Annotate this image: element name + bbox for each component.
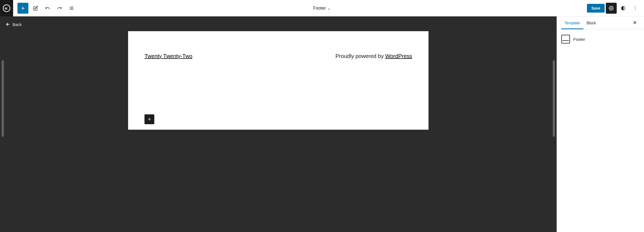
undo-button[interactable] <box>43 3 52 13</box>
panel-tabs: Template Block ✕ <box>557 16 644 29</box>
svg-point-5 <box>611 7 612 9</box>
footer-canvas-inner: Twenty Twenty-Two Proudly powered by Wor… <box>128 31 429 130</box>
main-area: Back Twenty Twenty-Two Proudly powered b… <box>0 16 644 232</box>
scroll-indicator-right <box>553 60 555 137</box>
scroll-indicator-left <box>2 60 4 137</box>
more-options-button[interactable] <box>630 3 641 14</box>
right-panel: Template Block ✕ Footer <box>557 16 644 232</box>
list-view-button[interactable] <box>67 3 76 13</box>
back-bar: Back <box>0 22 557 31</box>
svg-point-8 <box>635 8 636 8</box>
wordpress-link[interactable]: WordPress <box>385 53 412 59</box>
add-block-toolbar-button[interactable]: + <box>17 3 28 14</box>
edit-tool-button[interactable] <box>31 3 40 13</box>
panel-content: Footer <box>557 29 644 49</box>
svg-text:W: W <box>5 7 8 10</box>
footer-template-icon <box>561 35 570 44</box>
panel-close-button[interactable]: ✕ <box>630 18 640 28</box>
footer-chevron-icon[interactable]: ⌄ <box>327 6 331 10</box>
tab-block[interactable]: Block <box>583 16 599 29</box>
redo-button[interactable] <box>55 3 64 13</box>
toolbar-right: Save <box>587 3 641 14</box>
footer-canvas: Twenty Twenty-Two Proudly powered by Wor… <box>128 31 429 130</box>
svg-point-7 <box>635 6 636 7</box>
canvas-area: Back Twenty Twenty-Two Proudly powered b… <box>0 16 557 232</box>
wp-logo: W <box>0 0 13 16</box>
add-block-canvas-button[interactable]: + <box>144 114 154 124</box>
footer-title-area: Footer ⌄ <box>313 6 331 11</box>
tab-template[interactable]: Template <box>561 16 583 29</box>
contrast-button[interactable] <box>618 3 629 14</box>
site-title-link[interactable]: Twenty Twenty-Two <box>144 53 192 59</box>
back-button[interactable]: Back <box>5 22 22 27</box>
save-button[interactable]: Save <box>587 4 605 13</box>
footer-content-row: Twenty Twenty-Two Proudly powered by Wor… <box>144 37 412 59</box>
footer-title-text: Footer <box>313 6 326 11</box>
back-label: Back <box>13 22 22 27</box>
footer-item-label: Footer <box>573 37 585 42</box>
settings-button[interactable] <box>606 3 617 14</box>
svg-point-9 <box>635 9 636 10</box>
powered-by-text: Proudly powered by WordPress <box>335 53 412 59</box>
toolbar: W + Footer ⌄ Save <box>0 0 644 16</box>
